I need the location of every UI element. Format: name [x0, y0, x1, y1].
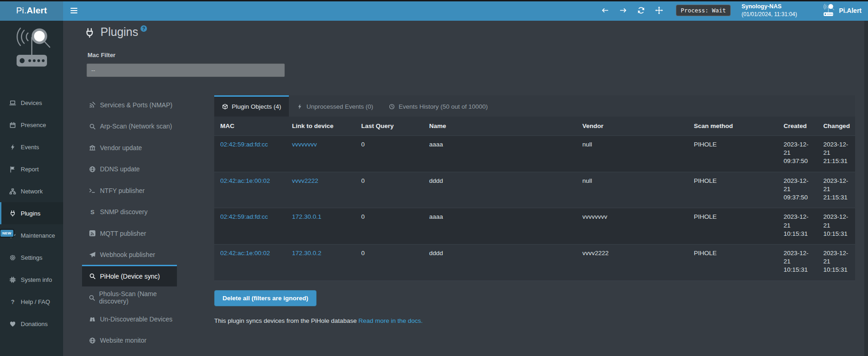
- plugin-item-pholus-scan[interactable]: Pholus-Scan (Name discovery): [82, 286, 177, 308]
- plugin-item-mqtt-publisher[interactable]: MQTT publisher: [82, 222, 177, 244]
- fullscreen-move-button[interactable]: [653, 5, 665, 17]
- laptop-icon: [8, 99, 17, 106]
- help-badge[interactable]: ?: [141, 25, 147, 32]
- gear-icon: [8, 254, 17, 261]
- arrow-right-icon: [619, 6, 627, 14]
- new-feature-badge: NEW: [0, 230, 13, 237]
- page-title: Plugins: [100, 25, 138, 39]
- last-query-cell: 0: [355, 244, 423, 280]
- sitemap-icon: [8, 188, 17, 195]
- device-link[interactable]: vvvvvvvv: [292, 141, 317, 148]
- plugin-item-snmp-discovery[interactable]: SNMP discovery: [82, 201, 177, 222]
- sidebar-item-events[interactable]: Events: [0, 136, 63, 158]
- created-cell: 2023-12-2110:15:31: [778, 208, 817, 245]
- sidebar-toggle-button[interactable]: [63, 0, 84, 21]
- last-query-cell: 0: [355, 172, 423, 208]
- sidebar-item-settings[interactable]: Settings: [0, 246, 63, 268]
- hamburger-icon: [70, 8, 77, 9]
- col-header-last-query[interactable]: Last Query: [355, 117, 423, 136]
- tab-plugin-objects[interactable]: Plugin Objects (4): [214, 95, 289, 117]
- host-info: Synology-NAS (01/01/2024, 11:31:04): [741, 2, 797, 19]
- plugin-item-ntfy-publisher[interactable]: NTFY publisher: [82, 179, 177, 201]
- scan-method-cell: PIHOLE: [688, 136, 778, 172]
- mac-link[interactable]: 02:42:59:ad:fd:cc: [220, 141, 268, 148]
- changed-cell: 2023-12-2121:15:31: [817, 136, 855, 172]
- bolt-icon: [8, 144, 17, 151]
- nav-forward-button[interactable]: [617, 5, 629, 17]
- host-timestamp: (01/01/2024, 11:31:04): [741, 11, 797, 18]
- col-header-name[interactable]: Name: [423, 117, 576, 136]
- plugin-item-services-ports[interactable]: Services & Ports (NMAP): [82, 93, 177, 115]
- sidebar-item-plugins[interactable]: Plugins: [0, 202, 63, 224]
- col-header-scan-method[interactable]: Scan method: [688, 117, 778, 136]
- sidebar: Devices Presence Events Report Network P…: [0, 21, 63, 356]
- plugin-item-ddns-update[interactable]: DDNS update: [82, 158, 177, 180]
- scrollbar-track[interactable]: [864, 21, 868, 356]
- changed-cell: 2023-12-2110:15:31: [817, 208, 855, 245]
- sidebar-item-system-info[interactable]: System info: [0, 268, 63, 291]
- sidebar-item-help-faq[interactable]: Help / FAQ: [0, 291, 63, 313]
- plug-icon: [84, 28, 95, 40]
- col-header-mac[interactable]: MAC: [214, 117, 286, 136]
- refresh-button[interactable]: [635, 5, 647, 17]
- bank-icon: [88, 144, 96, 151]
- vendor-cell: vvvvvvvv: [576, 208, 688, 245]
- plugin-item-vendor-update[interactable]: Vendor update: [82, 136, 177, 158]
- device-link[interactable]: vvvv2222: [292, 177, 318, 184]
- satellite-dish-icon: [88, 101, 96, 108]
- table-header-row: MAC Link to device Last Query Name Vendo…: [214, 117, 855, 136]
- read-more-docs-link[interactable]: Read more in the docs.: [358, 317, 423, 324]
- plugin-item-undiscoverable-devices[interactable]: Un-Discoverable Devices: [82, 308, 177, 329]
- plugin-item-pihole-device-sync[interactable]: PiHole (Device sync): [82, 265, 177, 286]
- plugin-item-arp-scan[interactable]: Arp-Scan (Network scan): [82, 115, 177, 137]
- globe-icon: [88, 166, 96, 173]
- brand-logo[interactable]: Pi.Alert: [0, 0, 63, 21]
- sidebar-nav: Devices Presence Events Report Network P…: [0, 92, 63, 335]
- search-icon: [88, 294, 95, 301]
- sidebar-item-presence[interactable]: Presence: [0, 114, 63, 136]
- tab-events-history[interactable]: Events History (50 out of 10000): [381, 95, 496, 117]
- main-content: Plugins ? Mac Filter Services & Ports (N…: [63, 21, 868, 356]
- process-status-badge: Process: Wait: [676, 5, 731, 16]
- plugin-item-website-monitor[interactable]: Website monitor: [82, 329, 177, 351]
- binoculars-icon: [88, 315, 96, 322]
- mac-link[interactable]: 02:42:ac:1e:00:02: [220, 177, 270, 184]
- mac-link[interactable]: 02:42:59:ad:fd:cc: [220, 213, 268, 220]
- app-identity[interactable]: Pi.Alert: [821, 4, 862, 18]
- brand-suffix: Alert: [27, 6, 47, 16]
- tab-bar: Plugin Objects (4) Unprocessed Events (0…: [214, 95, 855, 117]
- col-header-created[interactable]: Created: [778, 117, 817, 136]
- vendor-cell: null: [576, 172, 688, 208]
- mac-link[interactable]: 02:42:ac:1e:00:02: [220, 250, 270, 257]
- router-magnifier-logo-icon: [10, 27, 54, 71]
- col-header-link[interactable]: Link to device: [286, 117, 355, 136]
- arrow-left-icon: [601, 6, 609, 14]
- sidebar-item-report[interactable]: Report: [0, 158, 63, 180]
- device-link[interactable]: 172.30.0.2: [292, 250, 322, 257]
- mac-filter-input[interactable]: [87, 64, 285, 77]
- col-header-changed[interactable]: Changed: [817, 117, 855, 136]
- mac-filter-label: Mac Filter: [88, 52, 116, 58]
- sidebar-item-devices[interactable]: Devices: [0, 92, 63, 114]
- brand-prefix: Pi.: [16, 6, 27, 16]
- changed-cell: 2023-12-2121:15:31: [817, 172, 855, 208]
- delete-all-button[interactable]: Delete all (filters are ignored): [214, 290, 317, 306]
- move-icon: [655, 6, 663, 14]
- device-link[interactable]: 172.30.0.1: [292, 213, 322, 220]
- scan-method-cell: PIHOLE: [688, 244, 778, 280]
- tab-unprocessed-events[interactable]: Unprocessed Events (0): [289, 95, 381, 117]
- sidebar-item-network[interactable]: Network: [0, 180, 63, 202]
- app-label: Pi.Alert: [839, 7, 862, 14]
- col-header-vendor[interactable]: Vendor: [576, 117, 688, 136]
- letter-s-icon: [88, 209, 96, 216]
- sidebar-item-donations[interactable]: Donations: [0, 313, 63, 335]
- plugin-detail-pane: Plugin Objects (4) Unprocessed Events (0…: [214, 95, 855, 324]
- plugin-description: This plugin syncs devices from the PiHol…: [214, 317, 855, 324]
- table-row: 02:42:ac:1e:00:02 vvvv2222 0 dddd null P…: [214, 172, 855, 208]
- plugin-item-webhook-publisher[interactable]: Webhook publisher: [82, 244, 177, 265]
- terminal-icon: [88, 187, 96, 194]
- topbar: Pi.Alert Process: Wait Synology-NAS (01/…: [0, 0, 868, 21]
- created-cell: 2023-12-2110:15:31: [778, 244, 817, 280]
- pialert-app: Pi.Alert Process: Wait Synology-NAS (01/…: [0, 0, 868, 356]
- nav-back-button[interactable]: [599, 5, 611, 17]
